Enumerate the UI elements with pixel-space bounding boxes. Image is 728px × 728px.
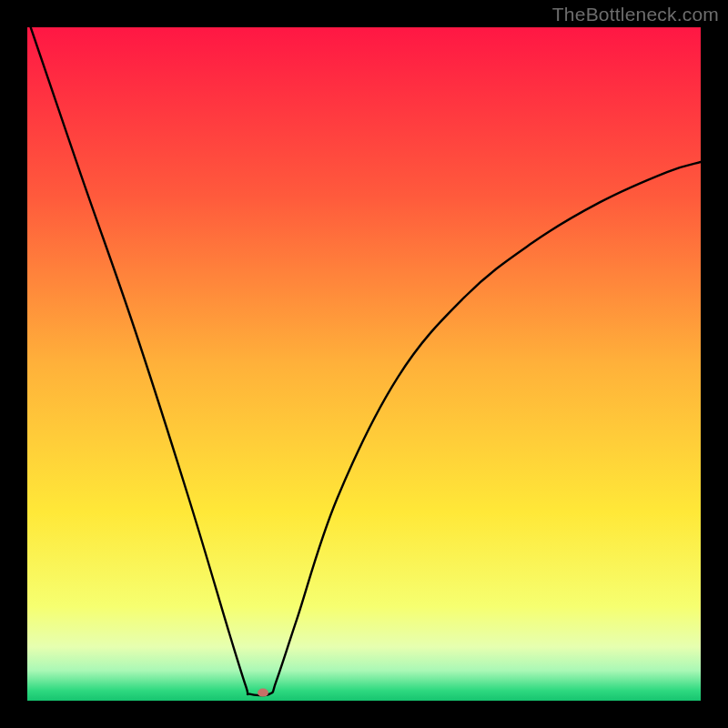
watermark-label: TheBottleneck.com bbox=[552, 4, 719, 25]
gradient-background bbox=[27, 27, 701, 701]
optimum-marker-icon bbox=[258, 689, 268, 697]
chart-svg bbox=[27, 27, 701, 701]
chart-plot-area bbox=[27, 27, 701, 701]
chart-frame: TheBottleneck.com bbox=[0, 0, 728, 728]
